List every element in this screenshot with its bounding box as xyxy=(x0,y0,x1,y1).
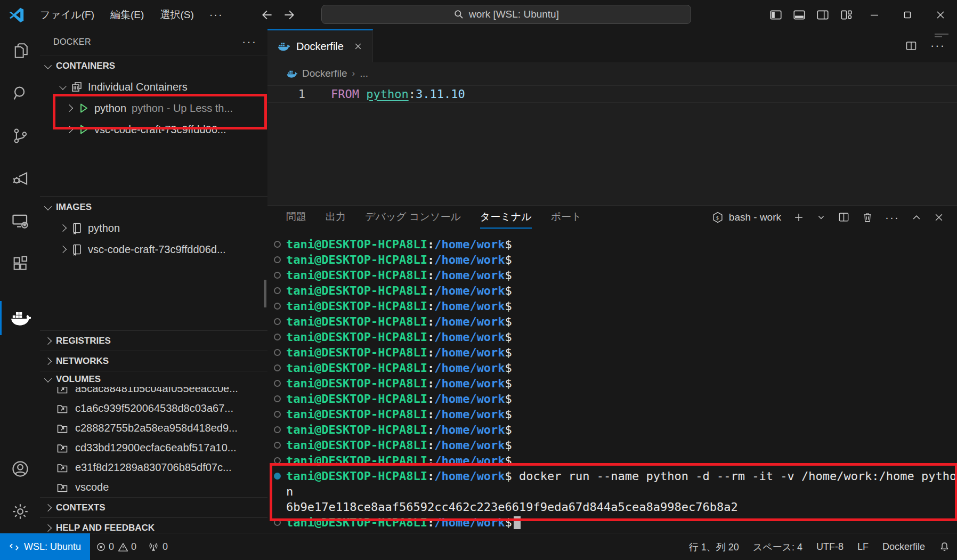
breadcrumb-file[interactable]: Dockerfile xyxy=(302,68,347,79)
tree-item-container-python[interactable]: python python - Up Less th... xyxy=(40,98,267,119)
toggle-sidebar-icon[interactable] xyxy=(764,0,788,29)
tab-output[interactable]: 出力 xyxy=(326,206,346,229)
tab-dockerfile[interactable]: Dockerfile xyxy=(267,29,373,62)
source-control-icon[interactable] xyxy=(0,115,40,157)
tab-close-icon[interactable] xyxy=(353,42,363,51)
maximize-panel-icon[interactable] xyxy=(911,212,922,223)
tree-item-image-python[interactable]: python xyxy=(40,217,267,239)
close-button[interactable] xyxy=(924,0,957,29)
terminal-content[interactable]: tani@DESKTOP-HCPA8LI:/home/work$tani@DES… xyxy=(267,229,957,530)
command-decoration-icon[interactable] xyxy=(274,349,281,356)
section-help-and-feedback[interactable]: HELP AND FEEDBACK xyxy=(40,517,267,533)
maximize-button[interactable] xyxy=(891,0,924,29)
tree-item-volume[interactable]: c1a6c939f520064538d8c03a67... xyxy=(40,399,267,418)
indentation[interactable]: スペース: 4 xyxy=(746,541,809,554)
command-decoration-icon[interactable] xyxy=(274,457,281,464)
back-button[interactable] xyxy=(261,8,274,22)
tree-item-container-vsc[interactable]: vsc-code-craft-73c9ffdd06... xyxy=(40,119,267,140)
split-terminal-icon[interactable] xyxy=(838,211,850,223)
terminal-line: tani@DESKTOP-HCPA8LI:/home/work$ xyxy=(267,407,957,422)
section-containers[interactable]: CONTAINERS xyxy=(40,55,267,76)
forward-button[interactable] xyxy=(282,8,296,22)
command-decoration-icon[interactable] xyxy=(274,287,281,294)
menu-edit[interactable]: 編集(E) xyxy=(102,5,152,25)
chevron-right-icon xyxy=(66,126,73,133)
tree-item-volume[interactable]: a5cac88481b5c04af055eeacc0e... xyxy=(40,387,267,399)
remote-explorer-icon[interactable] xyxy=(0,200,40,242)
editor-tab-bar: Dockerfile ··· xyxy=(267,29,957,62)
new-terminal-icon[interactable] xyxy=(793,212,805,223)
sidebar-scrollbar[interactable] xyxy=(264,280,266,307)
terminal-profile[interactable]: $ bash - work xyxy=(712,212,781,223)
run-and-debug-icon[interactable] xyxy=(0,157,40,200)
menu-selection[interactable]: 選択(S) xyxy=(152,5,201,25)
remote-indicator[interactable]: WSL: Ubuntu xyxy=(0,533,90,560)
tree-item-individual-containers[interactable]: Individual Containers xyxy=(40,76,267,98)
command-decoration-icon[interactable] xyxy=(274,411,281,418)
menu-file[interactable]: ファイル(F) xyxy=(32,5,102,25)
breadcrumb-symbol[interactable]: ... xyxy=(360,68,368,79)
bottom-panel: 問題 出力 デバッグ コンソール ターミナル ポート $ bash - work… xyxy=(267,205,957,533)
code-line-1[interactable]: 1 FROM python:3.11.10 xyxy=(267,86,957,102)
tab-terminal[interactable]: ターミナル xyxy=(480,206,532,229)
split-editor-icon[interactable] xyxy=(905,39,918,52)
tab-debug-console[interactable]: デバッグ コンソール xyxy=(365,206,461,229)
settings-gear-icon[interactable] xyxy=(0,490,40,533)
section-registries[interactable]: REGISTRIES xyxy=(40,330,267,351)
section-networks[interactable]: NETWORKS xyxy=(40,351,267,371)
breadcrumb[interactable]: Dockerfile › ... xyxy=(267,62,957,85)
tab-problems[interactable]: 問題 xyxy=(286,206,306,229)
command-decoration-icon[interactable] xyxy=(274,442,281,449)
command-decoration-icon[interactable] xyxy=(274,473,281,480)
warning-icon xyxy=(118,542,128,553)
command-decoration-icon[interactable] xyxy=(274,334,281,340)
menu-more-button[interactable]: ··· xyxy=(202,9,231,21)
eol-sequence[interactable]: LF xyxy=(850,541,875,553)
command-decoration-icon[interactable] xyxy=(274,241,281,248)
remote-icon xyxy=(9,542,19,552)
close-panel-icon[interactable] xyxy=(934,212,944,223)
command-decoration-icon[interactable] xyxy=(274,318,281,325)
command-decoration-icon[interactable] xyxy=(274,395,281,402)
section-volumes[interactable]: VOLUMES xyxy=(40,371,267,387)
section-contexts[interactable]: CONTEXTS xyxy=(40,497,267,517)
minimize-button[interactable] xyxy=(858,0,891,29)
extensions-icon[interactable] xyxy=(0,242,40,285)
notifications-bell-icon[interactable] xyxy=(932,541,957,553)
command-decoration-icon[interactable] xyxy=(274,380,281,387)
command-decoration-icon[interactable] xyxy=(274,519,281,526)
toggle-secondary-sidebar-icon[interactable] xyxy=(811,0,834,29)
customize-layout-icon[interactable] xyxy=(834,0,858,29)
command-decoration-icon[interactable] xyxy=(274,303,281,310)
encoding[interactable]: UTF-8 xyxy=(809,541,850,553)
command-center-search[interactable]: work [WSL: Ubuntu] xyxy=(321,5,691,24)
kill-terminal-icon[interactable] xyxy=(862,212,873,223)
tree-item-volume[interactable]: cd33bd12900ecfac6eabf517a10... xyxy=(40,438,267,458)
problems-status[interactable]: 0 0 xyxy=(90,533,142,560)
panel-more-actions-icon[interactable]: ··· xyxy=(885,211,899,224)
ports-status[interactable]: 0 xyxy=(142,533,174,560)
tree-item-volume[interactable]: c28882755b2a58ea958d418ed9... xyxy=(40,418,267,438)
command-decoration-icon[interactable] xyxy=(274,364,281,371)
explorer-icon[interactable] xyxy=(0,29,40,72)
cursor-position[interactable]: 行 1、列 20 xyxy=(682,541,746,554)
language-mode[interactable]: Dockerfile xyxy=(875,541,932,553)
section-images[interactable]: IMAGES xyxy=(40,196,267,217)
token-image-link[interactable]: python xyxy=(366,87,408,101)
command-decoration-icon[interactable] xyxy=(274,426,281,433)
toggle-panel-icon[interactable] xyxy=(788,0,811,29)
terminal-dropdown-icon[interactable] xyxy=(816,213,826,222)
tree-item-volume[interactable]: e31f8d21289a830706b85df07c... xyxy=(40,458,267,477)
command-decoration-icon[interactable] xyxy=(274,272,281,279)
search-view-icon[interactable] xyxy=(0,72,40,115)
accounts-icon[interactable] xyxy=(0,448,40,490)
command-decoration-icon[interactable] xyxy=(274,256,281,263)
tree-item-volume-vscode[interactable]: vscode xyxy=(40,477,267,497)
terminal-command-line: tani@DESKTOP-HCPA8LI:/home/work$ docker … xyxy=(267,468,957,484)
editor-more-actions-icon[interactable]: ··· xyxy=(930,39,945,53)
minimap[interactable] xyxy=(935,34,951,39)
tab-ports[interactable]: ポート xyxy=(551,206,582,229)
docker-view-icon[interactable] xyxy=(0,297,40,339)
tree-item-image-vsc[interactable]: vsc-code-craft-73c9ffdd06d... xyxy=(40,239,267,260)
sidebar-more-actions-icon[interactable]: ··· xyxy=(242,35,257,49)
